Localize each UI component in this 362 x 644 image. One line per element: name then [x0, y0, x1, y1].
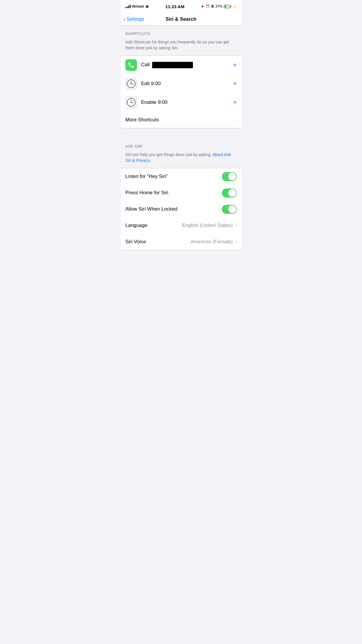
- ask-siri-description: Siri can help you get things done just b…: [121, 151, 241, 168]
- toggle-thumb: [228, 189, 236, 197]
- back-chevron-icon: ‹: [124, 16, 126, 22]
- charging-icon: ⚡: [233, 5, 237, 8]
- add-enable-900-button[interactable]: +: [233, 99, 237, 106]
- add-edit-900-button[interactable]: +: [233, 80, 237, 87]
- hey-siri-label: Listen for “Hey Siri”: [125, 174, 222, 179]
- enable-900-label: Enable 9:00: [141, 99, 233, 105]
- list-item[interactable]: Call +: [121, 56, 241, 74]
- toggle-thumb: [228, 205, 236, 213]
- status-time: 11:23 AM: [165, 4, 184, 9]
- hey-siri-toggle[interactable]: [222, 172, 237, 181]
- shortcuts-description: Add Shortcuts for things you frequently …: [121, 38, 241, 55]
- press-home-item: Press Home for Siri: [121, 185, 241, 201]
- language-item[interactable]: Language English (United States) ›: [121, 217, 241, 234]
- nav-bar: ‹ Settings Siri & Search: [121, 13, 241, 26]
- alarm-icon: ⏰: [205, 4, 210, 8]
- list-item[interactable]: 12 3 6 9 Edit 9:00 +: [121, 74, 241, 93]
- language-value: English (United States): [182, 223, 233, 228]
- more-shortcuts-label: More Shortcuts: [125, 117, 234, 123]
- status-left: Verizon ⊛: [125, 4, 149, 9]
- battery-percent: 37%: [215, 4, 222, 8]
- shortcuts-header: SHORTCUTS: [121, 26, 241, 38]
- language-label: Language: [125, 223, 182, 228]
- siri-voice-label: Siri Voice: [125, 239, 191, 245]
- back-button[interactable]: ‹ Settings: [124, 16, 144, 22]
- location-icon: ➤: [201, 4, 204, 8]
- ask-siri-list: Listen for “Hey Siri” Press Home for Sir…: [121, 168, 241, 250]
- svg-text:12: 12: [131, 98, 132, 99]
- list-item[interactable]: 12 3 6 9 Enable 9:00 +: [121, 93, 241, 112]
- back-label: Settings: [126, 16, 144, 22]
- status-right: ➤ ⏰ B 37% ⚡: [201, 4, 237, 8]
- language-chevron-icon: ›: [235, 223, 237, 228]
- bluetooth-icon: B: [211, 4, 214, 8]
- press-home-label: Press Home for Siri: [125, 190, 222, 196]
- toggle-thumb: [228, 173, 236, 181]
- more-shortcuts-chevron-icon: ›: [235, 117, 237, 123]
- battery-icon: [224, 5, 231, 8]
- ask-siri-section-title: ASK SIRI: [125, 144, 237, 148]
- edit-900-label: Edit 9:00: [141, 81, 233, 87]
- siri-voice-chevron-icon: ›: [235, 239, 237, 245]
- phone-icon: [125, 59, 137, 71]
- allow-locked-item: Allow Siri When Locked: [121, 201, 241, 217]
- call-item-label: Call: [141, 62, 233, 68]
- clock-icon: 12 3 6 9: [125, 78, 137, 90]
- section-spacer: [121, 128, 241, 138]
- allow-locked-label: Allow Siri When Locked: [125, 206, 222, 212]
- carrier-label: Verizon: [132, 4, 144, 8]
- shortcuts-list: Call + 12 3 6 9 Edit 9:00 +: [121, 55, 241, 128]
- signal-bars-icon: [125, 5, 131, 8]
- clock-icon: 12 3 6 9: [125, 97, 137, 108]
- status-bar: Verizon ⊛ 11:23 AM ➤ ⏰ B 37% ⚡: [121, 0, 241, 13]
- page-title: Siri & Search: [166, 16, 196, 22]
- siri-voice-value: American (Female): [191, 239, 233, 245]
- svg-point-13: [131, 102, 132, 103]
- redacted-name: [152, 62, 193, 68]
- press-home-toggle[interactable]: [222, 188, 237, 197]
- hey-siri-item: Listen for “Hey Siri”: [121, 168, 241, 185]
- shortcuts-section-title: SHORTCUTS: [125, 32, 237, 36]
- svg-text:12: 12: [131, 79, 132, 80]
- allow-locked-toggle[interactable]: [222, 205, 237, 214]
- ask-siri-header: ASK SIRI: [121, 138, 241, 151]
- wifi-icon: ⊛: [145, 4, 149, 9]
- svg-point-4: [131, 83, 132, 84]
- add-call-shortcut-button[interactable]: +: [233, 62, 237, 68]
- more-shortcuts-item[interactable]: More Shortcuts ›: [121, 112, 241, 128]
- siri-voice-item[interactable]: Siri Voice American (Female) ›: [121, 234, 241, 250]
